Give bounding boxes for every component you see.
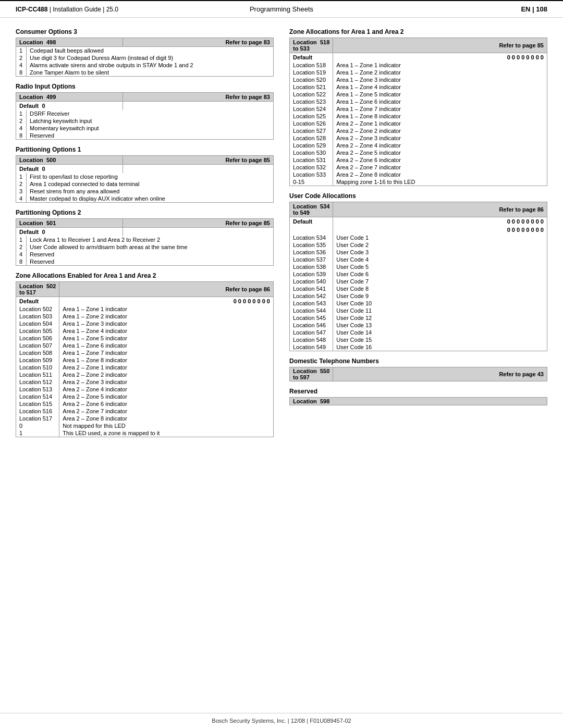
list-item: Location 528Area 2 – Zone 3 indicator [290, 134, 547, 142]
table-row: 4 Master codepad to display AUX indicato… [16, 195, 274, 203]
list-item: Location 516Area 2 – Zone 7 indicator [16, 408, 274, 415]
zone-alloc-header: Location 502 to 517 Refer to page 86 [16, 282, 274, 297]
list-item: 0Not mapped for this LED [16, 422, 274, 429]
list-item: Location 504Area 1 – Zone 3 indicator [16, 320, 274, 327]
list-item: Location 517Area 2 – Zone 8 indicator [16, 415, 274, 422]
list-item: Location 513Area 2 – Zone 4 indicator [16, 386, 274, 393]
list-item: Location 505Area 1 – Zone 4 indicator [16, 327, 274, 335]
partitioning2-header: Location 501 Refer to page 85 [16, 219, 274, 228]
list-item: Location 530Area 2 – Zone 5 indicator [290, 149, 547, 156]
domestic-tel-header: Location 550 to 597 Refer to page 43 [290, 367, 547, 381]
list-item: Location 538User Code 5 [290, 263, 547, 270]
partitioning2-default: Default 0 [16, 228, 274, 237]
page-header: ICP-CC488 | Installation Guide | 25.0 Pr… [0, 0, 563, 18]
list-item: Location 544User Code 11 [290, 307, 547, 314]
list-item: Location 549User Code 16 [290, 343, 547, 351]
list-item: Location 542User Code 9 [290, 292, 547, 300]
partitioning2-title: Partitioning Options 2 [16, 209, 274, 216]
list-item: Location 548User Code 15 [290, 336, 547, 343]
table-row: 8 Reserved [16, 132, 274, 140]
list-item: Location 509Area 1 – Zone 8 indicator [16, 356, 274, 364]
row-num: 4 [16, 61, 27, 69]
partitioning1-title: Partitioning Options 1 [16, 146, 274, 153]
user-code-alloc-table: Location 534 to 549 Refer to page 86 Def… [289, 202, 547, 351]
list-item: Location 533Area 2 – Zone 8 indicator [290, 171, 547, 178]
list-item: Location 541User Code 8 [290, 285, 547, 292]
table-row: 1 First to open/last to close reporting [16, 173, 274, 180]
table-row: 1 Lock Area 1 to Receiver 1 and Area 2 t… [16, 236, 274, 243]
list-item: Location 546User Code 13 [290, 322, 547, 329]
list-item: Location 531Area 2 – Zone 6 indicator [290, 156, 547, 164]
list-item: Location 524Area 1 – Zone 7 indicator [290, 105, 547, 113]
radio-input-header: Location 499 Refer to page 83 [16, 93, 274, 102]
table-row: 2 Use digit 3 for Codepad Duress Alarm (… [16, 54, 274, 61]
zone-alloc-enabled-table: Location 502 to 517 Refer to page 86 Def… [16, 281, 274, 437]
reserved-title: Reserved [289, 388, 547, 395]
list-item: Location 510Area 2 – Zone 1 indicator [16, 364, 274, 371]
row-num: 8 [16, 69, 27, 77]
list-item: Location 519Area 1 – Zone 2 indicator [290, 69, 547, 76]
product-name: ICP-CC488 [16, 6, 47, 13]
consumer-options-title: Consumer Options 3 [16, 28, 274, 35]
guide-info: | Installation Guide | 25.0 [47, 6, 118, 13]
radio-input-table: Location 499 Refer to page 83 Default 0 … [16, 92, 274, 140]
list-item: Location 507Area 1 – Zone 6 indicator [16, 342, 274, 349]
radio-refer: Refer to page 83 [123, 93, 274, 102]
zone-alloc-area12-default: Default 0 0 0 0 0 0 0 0 [290, 53, 547, 62]
partitioning2-table: Location 501 Refer to page 85 Default 0 … [16, 218, 274, 266]
footer-text: Bosch Security Systems, Inc. | 12/08 | F… [212, 718, 351, 724]
row-num: 2 [16, 54, 27, 61]
table-row: 8 Zone Tamper Alarm to be silent [16, 69, 274, 77]
partitioning1-table: Location 500 Refer to page 85 Default 0 … [16, 155, 274, 203]
row-num: 1 [16, 47, 27, 55]
table-row: 4 Alarms activate sirens and strobe outp… [16, 61, 274, 69]
row-desc: Alarms activate sirens and strobe output… [27, 61, 274, 69]
list-item: Location 520Area 1 – Zone 3 indicator [290, 76, 547, 83]
user-code-default: Default 0 0 0 0 0 0 0 0 [290, 217, 547, 226]
page: ICP-CC488 | Installation Guide | 25.0 Pr… [0, 0, 563, 728]
table-row: 3 Reset sirens from any area allowed [16, 188, 274, 195]
table-row: 8 Reserved [16, 258, 274, 266]
list-item: Location 537User Code 4 [290, 256, 547, 263]
right-column: Zone Allocations for Area 1 and Area 2 L… [289, 28, 547, 702]
list-item: Location 521Area 1 – Zone 4 indicator [290, 83, 547, 91]
domestic-tel-title: Domestic Telephone Numbers [289, 357, 547, 365]
list-item: Location 536User Code 3 [290, 249, 547, 256]
list-item: Location 547User Code 14 [290, 329, 547, 336]
row-desc: Zone Tamper Alarm to be silent [27, 69, 274, 77]
reserved-header: Location 598 [290, 398, 547, 405]
radio-default-row: Default 0 [16, 102, 274, 110]
list-item: Location 526Area 2 – Zone 1 indicator [290, 120, 547, 127]
list-item: Location 515Area 2 – Zone 6 indicator [16, 400, 274, 408]
consumer-options-header: Location 498 Refer to page 83 [16, 38, 274, 47]
reserved-table: Location 598 [289, 397, 547, 405]
list-item: Location 508Area 1 – Zone 7 indicator [16, 349, 274, 356]
row-desc: Codepad fault beeps allowed [27, 47, 274, 55]
consumer-options-location-label: Location 498 [16, 38, 123, 47]
list-item: Location 525Area 1 – Zone 8 indicator [290, 113, 547, 120]
user-code-default2: 0 0 0 0 0 0 0 0 [290, 226, 547, 234]
header-left: ICP-CC488 | Installation Guide | 25.0 [16, 6, 193, 13]
zone-alloc-area12-title: Zone Allocations for Area 1 and Area 2 [289, 28, 547, 35]
zone-alloc-area12-table: Location 518 to 533 Refer to page 85 Def… [289, 38, 547, 186]
list-item: Location 503Area 1 – Zone 2 indicator [16, 313, 274, 320]
table-row: 4 Reserved [16, 251, 274, 258]
table-row: 2 User Code allowed to arm/disarm both a… [16, 243, 274, 251]
left-column: Consumer Options 3 Location 498 Refer to… [16, 28, 274, 702]
page-footer: Bosch Security Systems, Inc. | 12/08 | F… [0, 713, 563, 728]
list-item: 0-15Mapping zone 1-16 to this LED [290, 178, 547, 186]
zone-alloc-default: Default 0 0 0 0 0 0 0 0 [16, 297, 274, 306]
radio-location-label: Location 499 [16, 93, 123, 102]
partitioning1-default: Default 0 [16, 165, 274, 174]
list-item: Location 534User Code 1 [290, 234, 547, 241]
list-item: Location 529Area 2 – Zone 4 indicator [290, 142, 547, 149]
zone-alloc-area12-header: Location 518 to 533 Refer to page 85 [290, 38, 547, 53]
list-item: Location 539User Code 6 [290, 270, 547, 278]
list-item: Location 522Area 1 – Zone 5 indicator [290, 91, 547, 98]
user-code-alloc-title: User Code Allocations [289, 192, 547, 200]
list-item: Location 540User Code 7 [290, 278, 547, 285]
list-item: Location 545User Code 12 [290, 314, 547, 322]
header-center: Programming Sheets [193, 5, 370, 13]
domestic-tel-table: Location 550 to 597 Refer to page 43 [289, 367, 547, 381]
list-item: Location 532Area 2 – Zone 7 indicator [290, 164, 547, 171]
